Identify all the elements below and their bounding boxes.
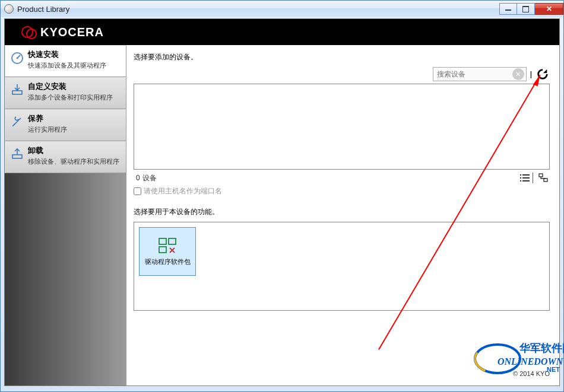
titlebar: Product Library <box>1 1 563 17</box>
sidebar: 快速安装 快速添加设备及其驱动程序 自定义安装 添加多个设备和打印实用程序 <box>5 45 126 385</box>
window-controls <box>499 3 563 15</box>
network-view-button[interactable] <box>537 172 550 184</box>
sidebar-item-uninstall[interactable]: 卸载 移除设备、驱动程序和实用程序 <box>5 141 126 173</box>
sidebar-item-custom-install[interactable]: 自定义安装 添加多个设备和打印实用程序 <box>5 77 126 109</box>
download-box-icon <box>9 81 26 98</box>
sidebar-item-title: 快速安装 <box>28 49 106 60</box>
app-icon <box>4 4 14 14</box>
tools-icon <box>9 113 26 130</box>
gauge-icon <box>9 49 26 66</box>
svg-text:.NET: .NET <box>545 366 560 373</box>
svg-rect-13 <box>159 238 166 244</box>
main-panel: 选择要添加的设备。 ✕ | 0 设备 <box>126 45 559 385</box>
sidebar-item-quick-install[interactable]: 快速安装 快速添加设备及其驱动程序 <box>5 45 126 77</box>
sidebar-item-title: 卸载 <box>28 145 119 156</box>
device-list[interactable] <box>134 84 550 170</box>
close-button[interactable] <box>535 3 563 15</box>
svg-rect-3 <box>12 91 22 94</box>
section-feature-label: 选择要用于本设备的功能。 <box>134 207 550 217</box>
maximize-button[interactable] <box>517 3 535 15</box>
content-row: 快速安装 快速添加设备及其驱动程序 自定义安装 添加多个设备和打印实用程序 <box>5 45 559 385</box>
device-count-label: 设备 <box>142 173 157 183</box>
brand-logo: KYOCERA <box>21 25 104 39</box>
feature-tile-driver-package[interactable]: 驱动程序软件包 <box>139 227 196 276</box>
svg-point-2 <box>17 58 18 59</box>
svg-rect-11 <box>539 174 543 177</box>
view-divider <box>533 173 533 183</box>
sidebar-item-title: 保养 <box>28 113 67 124</box>
svg-rect-4 <box>12 155 22 158</box>
window-frame: Product Library KYOCERA 快速安装 <box>0 0 564 392</box>
feature-tile-label: 驱动程序软件包 <box>145 257 191 266</box>
device-count-number: 0 <box>136 174 140 182</box>
upload-box-icon <box>9 145 26 162</box>
sidebar-item-desc: 快速添加设备及其驱动程序 <box>28 61 106 70</box>
list-view-button[interactable] <box>518 172 531 184</box>
svg-text:华军软件园: 华军软件园 <box>519 342 564 354</box>
svg-point-8 <box>520 174 521 176</box>
hostname-checkbox-row: 请使用主机名作为端口名 <box>134 186 550 196</box>
clear-search-icon[interactable]: ✕ <box>512 68 524 80</box>
search-box: ✕ <box>433 67 527 81</box>
feature-list: 驱动程序软件包 <box>134 222 550 311</box>
refresh-button[interactable] <box>536 67 550 81</box>
hostname-checkbox-label: 请使用主机名作为端口名 <box>144 186 222 196</box>
svg-point-10 <box>520 180 521 181</box>
section-add-device-label: 选择要添加的设备。 <box>134 52 550 62</box>
sidebar-item-desc: 运行实用程序 <box>28 125 67 134</box>
sidebar-item-maintenance[interactable]: 保养 运行实用程序 <box>5 109 126 141</box>
search-row: ✕ | <box>134 67 550 81</box>
svg-rect-12 <box>544 179 547 181</box>
hostname-checkbox[interactable] <box>134 187 141 195</box>
window-title: Product Library <box>17 5 69 14</box>
minimize-button[interactable] <box>499 3 517 15</box>
svg-point-9 <box>520 177 521 179</box>
network-icon <box>537 172 549 184</box>
device-status-row: 0 设备 <box>134 172 550 184</box>
watermark-badge: 华军软件园 ONLINEDOWN .NET <box>469 336 564 377</box>
svg-text:ONLINEDOWN: ONLINEDOWN <box>498 356 564 366</box>
sidebar-item-title: 自定义安装 <box>28 81 113 92</box>
sidebar-item-desc: 添加多个设备和打印实用程序 <box>28 93 113 102</box>
separator: | <box>530 70 532 78</box>
search-input[interactable] <box>433 70 511 78</box>
brand-name: KYOCERA <box>40 26 104 39</box>
sidebar-item-desc: 移除设备、驱动程序和实用程序 <box>28 157 119 166</box>
app-body: KYOCERA 快速安装 快速添加设备及其驱动程序 <box>4 18 560 386</box>
package-icon <box>158 237 177 254</box>
list-icon <box>519 172 531 184</box>
brand-mark-icon <box>21 25 36 39</box>
refresh-icon <box>536 68 549 81</box>
svg-rect-14 <box>169 238 176 244</box>
svg-rect-15 <box>159 247 166 253</box>
brand-bar: KYOCERA <box>5 19 559 45</box>
